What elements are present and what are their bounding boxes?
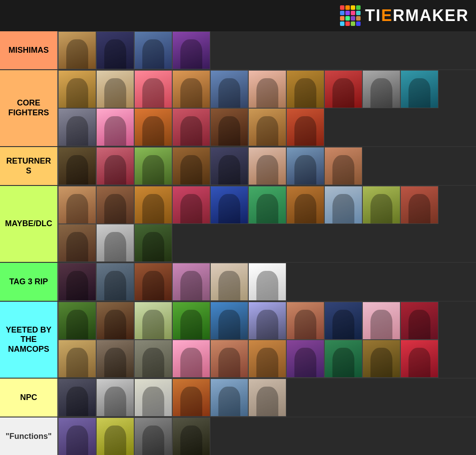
tier-label-core: COREFIGHTERS bbox=[0, 70, 57, 146]
char-gun-jack bbox=[210, 302, 248, 340]
char-nina bbox=[96, 70, 134, 108]
char-paul bbox=[58, 70, 96, 108]
logo-cell bbox=[356, 11, 361, 15]
char-leroy bbox=[96, 379, 134, 417]
char-marshall bbox=[134, 108, 172, 146]
char-ogre bbox=[324, 340, 362, 378]
char-panda bbox=[96, 224, 134, 262]
char-eddy2 bbox=[96, 417, 134, 455]
char-kazuya bbox=[96, 31, 134, 69]
tier-row-yeeted: YEETED BYTHENAMCOPS bbox=[0, 302, 476, 379]
logo-cell bbox=[356, 21, 361, 26]
char-yoshimitsu bbox=[400, 70, 438, 108]
logo-cell bbox=[351, 21, 355, 26]
char-ganryu bbox=[248, 186, 286, 224]
tier-row-tag3: TAG 3 RIP bbox=[0, 263, 476, 302]
char-hwoarang bbox=[324, 70, 362, 108]
char-proto-jack bbox=[134, 340, 172, 378]
char-xiaoyu2 bbox=[362, 302, 400, 340]
char-shaheen bbox=[134, 224, 172, 262]
tier-row-core: COREFIGHTERS bbox=[0, 70, 476, 147]
char-josie bbox=[172, 108, 210, 146]
logo-cell bbox=[356, 16, 361, 21]
char-julia bbox=[134, 147, 172, 185]
char-miharu2 bbox=[286, 302, 324, 340]
tier-label-npc: NPC bbox=[0, 379, 57, 417]
tier-row-returners: RETURNERS bbox=[0, 147, 476, 186]
char-steve bbox=[210, 70, 248, 108]
char-devil-jin bbox=[172, 31, 210, 69]
tier-content-tag3 bbox=[57, 263, 476, 301]
char-zafina bbox=[58, 186, 96, 224]
tier-content-yeeted bbox=[57, 302, 476, 378]
tiermaker-logo-text: TiERMAKER bbox=[365, 6, 469, 25]
tier-table: MISHIMAS COREFIGHTERS bbox=[0, 31, 476, 455]
logo-cell bbox=[340, 11, 344, 15]
char-bruce bbox=[96, 186, 134, 224]
char-jack bbox=[58, 108, 96, 146]
tier-content-npc bbox=[57, 379, 476, 417]
char-unknown bbox=[210, 263, 248, 301]
char-mokujin2 bbox=[210, 340, 248, 378]
tier-label-functions: "Functions" bbox=[0, 417, 57, 455]
logo-cell bbox=[351, 11, 355, 15]
char-anna bbox=[96, 147, 134, 185]
logo-cell bbox=[351, 16, 355, 21]
tier-content-functions bbox=[57, 417, 476, 455]
logo-cell bbox=[345, 5, 350, 10]
char-miharu bbox=[324, 186, 362, 224]
char-kazama bbox=[58, 379, 96, 417]
logo-container: TiERMAKER bbox=[340, 5, 469, 26]
char-true-ogre bbox=[362, 340, 400, 378]
char-xiaoyu3 bbox=[210, 379, 248, 417]
char-bob bbox=[248, 108, 286, 146]
char-raven2 bbox=[58, 263, 96, 301]
char-sebastian bbox=[96, 263, 134, 301]
tier-content-mishimas bbox=[57, 31, 476, 69]
char-panda2 bbox=[134, 379, 172, 417]
char-lars bbox=[210, 186, 248, 224]
char-unknown3 bbox=[172, 417, 210, 455]
tier-row-mishimas: MISHIMAS bbox=[0, 31, 476, 70]
char-feng bbox=[172, 70, 210, 108]
logo-cell bbox=[345, 11, 350, 15]
char-tiger bbox=[134, 186, 172, 224]
char-christie bbox=[248, 147, 286, 185]
char-violet bbox=[172, 263, 210, 301]
char-baek bbox=[286, 147, 324, 185]
tier-row-functions: "Functions" bbox=[0, 417, 476, 455]
tier-row-maybe: MAYBE/DLC bbox=[0, 186, 476, 263]
char-mokujin-dlc bbox=[286, 186, 324, 224]
tier-content-returners bbox=[57, 147, 476, 185]
char-devil bbox=[58, 302, 96, 340]
logo-cell bbox=[345, 16, 350, 21]
char-armor-king bbox=[58, 147, 96, 185]
logo-cell bbox=[356, 5, 361, 10]
char-alex bbox=[248, 302, 286, 340]
char-michelle bbox=[248, 340, 286, 378]
char-kunimitsu bbox=[400, 340, 438, 378]
char-marduk bbox=[172, 147, 210, 185]
logo-grid-icon bbox=[340, 5, 361, 26]
logo-cell bbox=[345, 21, 350, 26]
tier-label-yeeted: YEETED BYTHENAMCOPS bbox=[0, 302, 57, 378]
char-slim-bob bbox=[96, 340, 134, 378]
char-gon bbox=[172, 302, 210, 340]
logo-cell bbox=[340, 21, 344, 26]
char-combot bbox=[96, 302, 134, 340]
tier-content-core bbox=[57, 70, 476, 146]
char-roger bbox=[286, 340, 324, 378]
char-ganryu2 bbox=[58, 340, 96, 378]
rmaker-text: RMAKER bbox=[393, 6, 469, 25]
logo-cell bbox=[340, 5, 344, 10]
tier-content-maybe bbox=[57, 186, 476, 262]
char-mokujin3 bbox=[58, 417, 96, 455]
char-eliza bbox=[172, 186, 210, 224]
tier-label-tag3: TAG 3 RIP bbox=[0, 263, 57, 301]
tier-label-mishimas: MISHIMAS bbox=[0, 31, 57, 69]
char-jaycee2 bbox=[248, 263, 286, 301]
char-forest bbox=[134, 263, 172, 301]
logo-cell bbox=[340, 16, 344, 21]
char-king bbox=[286, 70, 324, 108]
char-jin bbox=[134, 31, 172, 69]
